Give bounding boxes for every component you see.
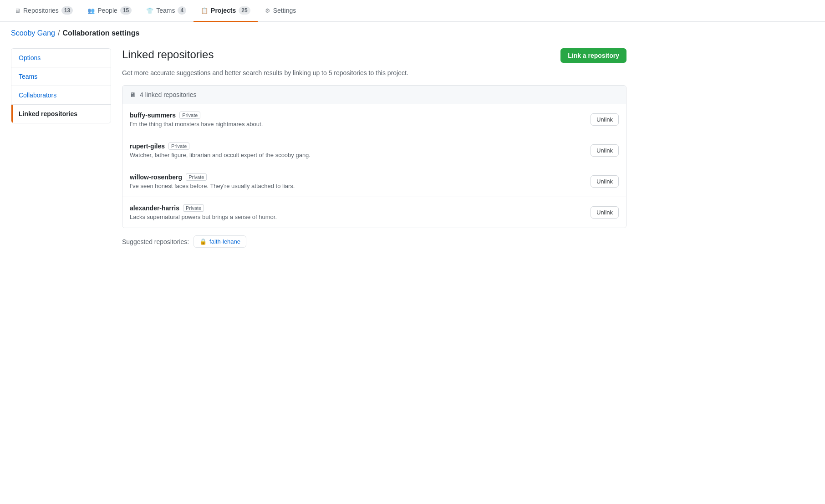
tab-settings[interactable]: ⚙ Settings	[258, 0, 304, 21]
page-title: Linked repositories	[122, 48, 214, 61]
sidebar: Options Teams Collaborators Linked repos…	[11, 48, 111, 123]
tab-settings-label: Settings	[273, 7, 296, 14]
repo-desc-alexander: Lacks supernatural powers but brings a s…	[130, 214, 583, 220]
repo-desc-willow: I've seen honest faces before. They're u…	[130, 183, 583, 189]
sidebar-item-teams[interactable]: Teams	[11, 67, 111, 86]
repo-name-row-rupert: rupert-giles Private	[130, 143, 583, 150]
top-nav: 🖥 Repositories 13 👥 People 15 👕 Teams 4 …	[0, 0, 825, 22]
sidebar-item-options[interactable]: Options	[11, 49, 111, 67]
tab-teams[interactable]: 👕 Teams 4	[139, 0, 194, 22]
page-header: Linked repositories Link a repository	[122, 48, 626, 63]
tab-people-label: People	[97, 7, 117, 14]
repo-name-row-alexander: alexander-harris Private	[130, 204, 583, 212]
repo-private-badge-rupert: Private	[168, 143, 189, 150]
main-layout: Options Teams Collaborators Linked repos…	[0, 41, 637, 255]
repo-header-icon: 🖥	[130, 91, 136, 98]
repo-private-badge-alexander: Private	[183, 204, 204, 212]
unlink-willow-button[interactable]: Unlink	[591, 175, 619, 188]
unlink-rupert-button[interactable]: Unlink	[591, 144, 619, 157]
tab-projects[interactable]: 📋 Projects 25	[194, 0, 258, 22]
unlink-buffy-button[interactable]: Unlink	[591, 113, 619, 126]
tab-teams-label: Teams	[156, 7, 175, 14]
breadcrumb-org-link[interactable]: Scooby Gang	[11, 29, 55, 37]
repo-item-buffy: buffy-summers Private I'm the thing that…	[122, 104, 626, 135]
repos-count-label: 4 linked repositories	[140, 91, 197, 98]
tab-repositories-label: Repositories	[23, 7, 59, 14]
people-icon: 👥	[87, 7, 95, 14]
tab-projects-label: Projects	[211, 7, 236, 14]
repo-name-buffy: buffy-summers	[130, 112, 176, 119]
tab-repositories-count: 13	[61, 6, 73, 15]
repo-item-alexander: alexander-harris Private Lacks supernatu…	[122, 197, 626, 228]
breadcrumb-current: Collaboration settings	[62, 29, 139, 37]
link-repository-button[interactable]: Link a repository	[560, 48, 626, 63]
repo-private-badge-willow: Private	[186, 173, 207, 181]
projects-icon: 📋	[201, 7, 208, 14]
breadcrumb-separator: /	[58, 29, 60, 37]
repositories-icon: 🖥	[15, 7, 20, 14]
repo-info-rupert: rupert-giles Private Watcher, father fig…	[130, 143, 583, 158]
settings-icon: ⚙	[265, 7, 270, 14]
repos-container: 🖥 4 linked repositories buffy-summers Pr…	[122, 85, 626, 228]
tab-people[interactable]: 👥 People 15	[80, 0, 139, 22]
breadcrumb: Scooby Gang / Collaboration settings	[0, 22, 825, 41]
page-description: Get more accurate suggestions and better…	[122, 68, 626, 78]
sidebar-item-linked-repositories[interactable]: Linked repositories	[11, 105, 111, 123]
suggested-repo-name: faith-lehane	[209, 238, 240, 245]
content-area: Linked repositories Link a repository Ge…	[122, 48, 626, 248]
repo-item-rupert: rupert-giles Private Watcher, father fig…	[122, 135, 626, 166]
repo-info-alexander: alexander-harris Private Lacks supernatu…	[130, 204, 583, 220]
repo-name-willow: willow-rosenberg	[130, 173, 182, 181]
repo-name-alexander: alexander-harris	[130, 204, 179, 212]
repo-name-row-willow: willow-rosenberg Private	[130, 173, 583, 181]
repos-header: 🖥 4 linked repositories	[122, 86, 626, 104]
repo-desc-buffy: I'm the thing that monsters have nightma…	[130, 121, 583, 127]
tab-projects-count: 25	[239, 6, 250, 15]
tab-repositories[interactable]: 🖥 Repositories 13	[7, 0, 80, 22]
tab-teams-count: 4	[178, 6, 186, 15]
sidebar-item-collaborators[interactable]: Collaborators	[11, 86, 111, 105]
teams-icon: 👕	[146, 7, 153, 14]
suggested-label: Suggested repositories:	[122, 238, 189, 245]
repo-private-badge-buffy: Private	[179, 112, 200, 119]
repo-item-willow: willow-rosenberg Private I've seen hones…	[122, 166, 626, 197]
lock-icon: 🔒	[199, 238, 207, 245]
repo-desc-rupert: Watcher, father figure, librarian and oc…	[130, 152, 583, 158]
unlink-alexander-button[interactable]: Unlink	[591, 206, 619, 219]
repo-name-row-buffy: buffy-summers Private	[130, 112, 583, 119]
repo-info-buffy: buffy-summers Private I'm the thing that…	[130, 112, 583, 127]
suggested-repo-faith[interactable]: 🔒 faith-lehane	[194, 235, 246, 248]
tab-people-count: 15	[120, 6, 132, 15]
repo-name-rupert: rupert-giles	[130, 143, 165, 150]
suggested-section: Suggested repositories: 🔒 faith-lehane	[122, 235, 626, 248]
repo-info-willow: willow-rosenberg Private I've seen hones…	[130, 173, 583, 189]
